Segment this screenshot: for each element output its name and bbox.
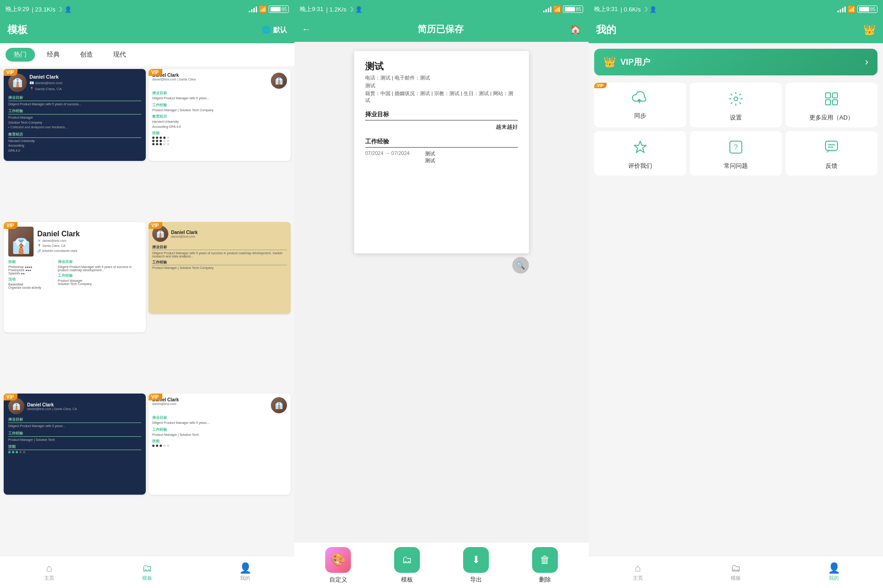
- time-label-2: 晚上9:31: [300, 5, 323, 13]
- avatar-1: 👔: [8, 74, 27, 92]
- status-icons-2: 📶 85: [543, 6, 583, 13]
- zoom-button[interactable]: 🔍: [512, 257, 529, 274]
- card4-sec1: 择业目标: [152, 245, 287, 250]
- speed-label-2: | 1.2K/s ☽ 👤: [326, 6, 362, 13]
- tab-modern[interactable]: 现代: [105, 48, 134, 62]
- action-export[interactable]: ⬇ 导出: [463, 547, 489, 584]
- signal-icon: [249, 6, 257, 12]
- card3-skills-title: 技能: [8, 259, 50, 264]
- card2-contact: daniel@test.com | Santa Clara: [152, 78, 196, 81]
- action-template-label: 模板: [401, 576, 413, 584]
- card1-sec2: 工作经验: [8, 108, 141, 114]
- card3-skills: Photoshop ●●●●Powerpoint ●●●Spanish ●●: [8, 265, 50, 275]
- nav-home-1[interactable]: ⌂ 主页: [0, 560, 98, 584]
- template-card-2[interactable]: VIP Daniel Clark daniel@test.com | Santa…: [149, 69, 291, 161]
- card3-exp: Product ManagerSolution Tech Company: [58, 279, 141, 285]
- card-settings[interactable]: 设置: [690, 83, 782, 127]
- templates-icon-1: 🗂: [142, 563, 152, 573]
- card-more-apps[interactable]: 更多应用（AD）: [786, 83, 877, 127]
- template-icon-btn: 🗂: [394, 547, 420, 573]
- star-icon: [632, 139, 648, 158]
- resume-contact-2: 测试: [365, 82, 518, 89]
- vip-banner-left: 👑 VIP用户: [603, 56, 650, 68]
- vip-badge-5: VIP: [4, 394, 17, 400]
- template-card-1[interactable]: VIP 👔 Daniel Clark 📧 daniel@test.com📍 Sa…: [4, 69, 146, 161]
- card6-header: Daniel Clark daniel@test.com 👔: [152, 397, 287, 413]
- card2-edu: Harvard UniversityAccounting GPA 4.0: [152, 120, 287, 129]
- battery-icon-3: 85: [857, 6, 877, 13]
- card3-cols: 技能 Photoshop ●●●●Powerpoint ●●●Spanish ●…: [8, 259, 141, 289]
- speed-label-1: | 23.1K/s ☽ 👤: [32, 6, 71, 13]
- back-button[interactable]: ←: [302, 24, 311, 34]
- nav-my-1[interactable]: 👤 我的: [196, 560, 294, 584]
- card-faq[interactable]: ? 常问问题: [690, 131, 782, 176]
- nav-my-3[interactable]: 👤 我的: [785, 560, 883, 584]
- my-header: 我的 👑: [589, 18, 883, 43]
- template-card-4[interactable]: VIP 👔 Daniel Clark daniel@test.com 择业目标 …: [149, 222, 291, 314]
- svg-rect-1: [826, 93, 831, 98]
- vip-banner[interactable]: 👑 VIP用户 ›: [594, 49, 877, 75]
- my-cards-grid: VIP 同步 设置: [589, 79, 883, 179]
- card5-sec3: 技能: [8, 444, 141, 450]
- vip-arrow-icon: ›: [865, 56, 868, 68]
- vip-crown-icon: 👑: [603, 56, 616, 68]
- card-sync[interactable]: VIP 同步: [594, 83, 686, 127]
- sync-label: 同步: [634, 112, 646, 120]
- status-bar-3: 晚上9:31 | 0.6K/s ☽ 👤 📶 85: [589, 0, 883, 18]
- nav-templates-1[interactable]: 🗂 模板: [98, 560, 196, 584]
- status-bar-2: 晚上9:31 | 1.2K/s ☽ 👤 📶 85: [294, 0, 589, 18]
- home-icon-3: ⌂: [635, 563, 641, 573]
- tab-create[interactable]: 创造: [72, 48, 101, 62]
- card3-activities: BasketballOrganize social activity: [8, 283, 50, 289]
- svg-marker-5: [634, 141, 646, 153]
- action-template[interactable]: 🗂 模板: [394, 547, 420, 584]
- action-customize[interactable]: 🎨 自定义: [325, 547, 351, 584]
- gear-icon: [728, 91, 744, 110]
- template-card-6[interactable]: VIP Daniel Clark daniel@test.com 👔 择业目标 …: [149, 394, 291, 495]
- card2-skills-dots: [152, 137, 287, 145]
- action-delete[interactable]: 🗑 删除: [532, 547, 558, 584]
- status-icons-3: 📶 85: [837, 6, 877, 13]
- templates-header-right[interactable]: 🌐 默认: [262, 26, 287, 34]
- wifi-icon-3: 📶: [848, 6, 855, 13]
- time-label-3: 晚上9:31: [594, 5, 618, 13]
- my-title: 我的: [596, 23, 616, 37]
- card2-header: Daniel Clark daniel@test.com | Santa Cla…: [152, 73, 287, 89]
- vip-badge-6: VIP: [149, 394, 162, 400]
- tab-hot[interactable]: 热门: [6, 48, 35, 62]
- my-icon-1: 👤: [239, 563, 252, 573]
- nav-home-label-3: 主页: [633, 575, 643, 582]
- status-time-3: 晚上9:31 | 0.6K/s ☽ 👤: [594, 5, 657, 13]
- svg-rect-4: [832, 100, 837, 105]
- card1-obj: Diligent Product Manager with 5 years of…: [8, 102, 141, 107]
- card4-obj: Diligent Product Manager with 5 years of…: [152, 251, 287, 258]
- card2-sec4: 技能: [152, 131, 287, 136]
- my-content: 👑 VIP用户 › VIP 同步: [589, 43, 883, 556]
- vip-badge-2: VIP: [149, 69, 162, 76]
- status-time-2: 晚上9:31 | 1.2K/s ☽ 👤: [300, 5, 362, 13]
- tab-classic[interactable]: 经典: [39, 48, 68, 62]
- default-label: 默认: [273, 26, 287, 34]
- nav-templates-label-1: 模板: [142, 575, 152, 582]
- resume-exp-row: 07/2024 → 07/2024 测试 测试: [365, 150, 518, 164]
- more-apps-label: 更多应用（AD）: [809, 114, 854, 122]
- action-customize-label: 自定义: [329, 576, 347, 584]
- crown-icon: 👑: [863, 24, 876, 36]
- card2-sec2: 工作经验: [152, 103, 287, 108]
- resume-name: 测试: [365, 60, 518, 73]
- vip-badge-3: VIP: [4, 222, 17, 229]
- nav-home-3[interactable]: ⌂ 主页: [589, 560, 687, 584]
- cloud-icon: [632, 91, 648, 108]
- card-feedback[interactable]: 反馈: [786, 131, 877, 176]
- card-rate[interactable]: 评价我们: [594, 131, 686, 176]
- home-icon-header[interactable]: 🏠: [570, 24, 581, 35]
- comment-icon: [824, 139, 839, 158]
- action-export-label: 导出: [470, 576, 482, 584]
- template-card-3[interactable]: VIP 👔 Daniel Clark 📧 daniel@test.com📍 Sa…: [4, 222, 146, 332]
- card4-exp: Product Manager | Solution Tech Company: [152, 266, 287, 269]
- template-card-5[interactable]: VIP 👔 Daniel Clark daniel@test.com | San…: [4, 394, 146, 495]
- bottom-nav-3: ⌂ 主页 🗂 模板 👤 我的: [589, 556, 883, 588]
- faq-label: 常问问题: [724, 162, 748, 170]
- panel-templates: 晚上9:29 | 23.1K/s ☽ 👤 📶 85 模板 🌐 默认 热门: [0, 0, 294, 588]
- nav-templates-3[interactable]: 🗂 模板: [687, 560, 785, 584]
